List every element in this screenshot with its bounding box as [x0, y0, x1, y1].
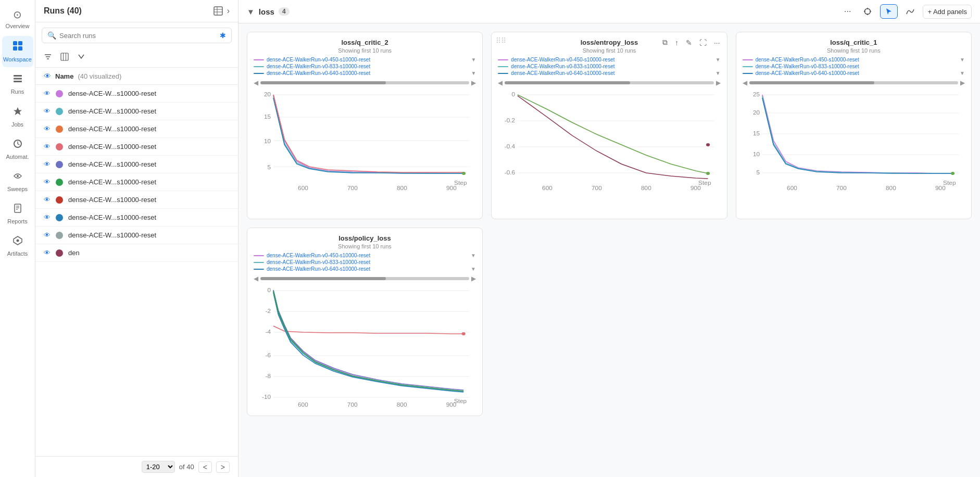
sidebar-item-overview[interactable]: ⊙ Overview	[2, 4, 33, 34]
runs-header-actions[interactable]: ›	[213, 6, 230, 16]
scrollbar-track[interactable]	[260, 81, 469, 84]
scrollbar-track[interactable]	[505, 81, 713, 84]
chart-share-button[interactable]: ↑	[428, 36, 437, 48]
list-item[interactable]: 👁 dense-ACE-W...s10000-reset	[35, 227, 238, 244]
sidebar-item-jobs[interactable]: Jobs	[2, 102, 33, 132]
legend-expand-icon[interactable]: ▼	[471, 57, 476, 62]
list-item[interactable]: 👁 dense-ACE-W...s10000-reset	[35, 120, 238, 138]
chart-edit-button[interactable]: ✎	[438, 232, 450, 244]
chart-svg-container: 0 -0.2 -0.4 -0.6 600 700 800 900 Step	[498, 89, 720, 193]
run-eye-icon[interactable]: 👁	[44, 90, 51, 97]
scroll-right-button[interactable]: ▶	[471, 79, 476, 86]
chart-copy-button[interactable]: ⧉	[660, 36, 670, 48]
scroll-left-button[interactable]: ◀	[254, 275, 258, 282]
collapse-icon[interactable]: ▼	[247, 7, 255, 16]
columns-button[interactable]	[58, 51, 71, 65]
run-eye-icon[interactable]: 👁	[44, 143, 51, 150]
legend-expand-icon[interactable]: ▼	[960, 70, 965, 76]
legend-expand-icon[interactable]: ▼	[715, 70, 721, 76]
more-options-button[interactable]: ···	[840, 4, 855, 19]
chart-fullscreen-button[interactable]: ⛶	[453, 36, 465, 48]
pagination-range-select[interactable]: 1-20 21-40	[142, 461, 175, 473]
chart-more-button[interactable]: ···	[711, 36, 723, 48]
sidebar-item-sweeps[interactable]: Sweeps	[2, 167, 33, 197]
chart-scroll-area: ◀ ▶	[254, 79, 476, 86]
drag-handle[interactable]: ⠿⠿	[496, 36, 506, 45]
chart-more-button[interactable]: ···	[467, 36, 479, 48]
chart-edit-button[interactable]: ✎	[927, 36, 939, 48]
svg-text:900: 900	[446, 185, 457, 191]
chart-fullscreen-button[interactable]: ⛶	[697, 36, 709, 48]
run-eye-icon[interactable]: 👁	[44, 107, 51, 115]
legend-item: dense-ACE-WalkerRun-v0-833-s10000-reset	[254, 259, 476, 265]
chart-share-button[interactable]: ↑	[672, 36, 681, 48]
legend-color	[498, 66, 508, 67]
legend-color	[498, 59, 508, 60]
smooth-button[interactable]	[902, 5, 919, 18]
run-eye-icon[interactable]: 👁	[44, 178, 51, 186]
svg-text:800: 800	[886, 185, 896, 191]
sidebar-item-automations[interactable]: Automat.	[2, 134, 33, 165]
chart-more-button[interactable]: ···	[956, 36, 967, 48]
run-eye-icon[interactable]: 👁	[44, 125, 51, 133]
cursor-button[interactable]	[880, 4, 898, 19]
svg-text:600: 600	[298, 185, 308, 191]
crosshair-button[interactable]	[859, 5, 876, 18]
run-eye-icon[interactable]: 👁	[44, 249, 51, 257]
svg-text:-4: -4	[266, 329, 271, 335]
scroll-left-button[interactable]: ◀	[254, 79, 258, 86]
list-item[interactable]: 👁 dense-ACE-W...s10000-reset	[35, 103, 238, 120]
list-item[interactable]: 👁 dense-ACE-W...s10000-reset	[35, 156, 238, 173]
chart-share-button[interactable]: ↑	[916, 36, 925, 48]
chart-fullscreen-button[interactable]: ⛶	[452, 232, 464, 244]
list-item[interactable]: 👁 dense-ACE-W...s10000-reset	[35, 209, 238, 227]
chart-copy-button[interactable]: ⧉	[416, 36, 426, 48]
chart-scroll-area: ◀ ▶	[743, 79, 965, 86]
sidebar-item-runs[interactable]: Runs	[2, 69, 33, 99]
add-panels-button[interactable]: + Add panels	[923, 5, 972, 19]
sidebar-item-workspace-label: Workspace	[3, 56, 32, 63]
filter-star-icon[interactable]: ✱	[220, 31, 226, 40]
legend-expand-icon[interactable]: ▼	[471, 266, 476, 272]
chart-edit-button[interactable]: ✎	[439, 36, 450, 48]
legend-label: dense-ACE-WalkerRun-v0-833-s10000-reset	[267, 64, 370, 69]
run-eye-icon[interactable]: 👁	[44, 231, 51, 239]
run-eye-icon[interactable]: 👁	[44, 196, 51, 204]
list-item[interactable]: 👁 dense-ACE-W...s10000-reset	[35, 85, 238, 103]
scroll-left-button[interactable]: ◀	[743, 79, 747, 86]
chart-copy-button[interactable]: ⧉	[415, 232, 425, 244]
scroll-left-button[interactable]: ◀	[498, 79, 502, 86]
legend-expand-icon[interactable]: ▼	[471, 70, 476, 76]
filter-button[interactable]	[42, 51, 54, 65]
legend-color	[254, 66, 264, 67]
pagination-next-button[interactable]: >	[216, 461, 230, 473]
list-item[interactable]: 👁 dense-ACE-W...s10000-reset	[35, 173, 238, 191]
run-eye-icon[interactable]: 👁	[44, 214, 51, 221]
search-input[interactable]	[59, 32, 217, 40]
legend-expand-icon[interactable]: ▼	[471, 253, 476, 258]
run-eye-icon[interactable]: 👁	[44, 160, 51, 168]
sidebar-item-workspace[interactable]: Workspace	[2, 36, 33, 67]
list-item[interactable]: 👁 den	[35, 244, 238, 262]
scroll-right-button[interactable]: ▶	[471, 275, 476, 282]
scrollbar-track[interactable]	[749, 81, 958, 84]
scrollbar-track[interactable]	[260, 277, 469, 280]
pagination-prev-button[interactable]: <	[198, 461, 212, 473]
name-eye-icon[interactable]: 👁	[44, 72, 51, 80]
chart-more-button[interactable]: ···	[467, 232, 478, 244]
sort-button[interactable]	[75, 51, 87, 65]
legend-expand-icon[interactable]: ▼	[960, 57, 965, 62]
chart-share-button[interactable]: ↑	[428, 232, 436, 244]
scroll-right-button[interactable]: ▶	[716, 79, 721, 86]
list-item[interactable]: 👁 dense-ACE-W...s10000-reset	[35, 138, 238, 156]
search-bar[interactable]: 🔍 ✱	[42, 28, 232, 43]
chart-fullscreen-button[interactable]: ⛶	[941, 36, 953, 48]
svg-rect-1	[18, 41, 22, 45]
chart-copy-button[interactable]: ⧉	[904, 36, 914, 48]
sidebar-item-reports[interactable]: Reports	[2, 199, 33, 229]
sidebar-item-artifacts[interactable]: Artifacts	[2, 231, 33, 261]
list-item[interactable]: 👁 dense-ACE-W...s10000-reset	[35, 191, 238, 209]
scroll-right-button[interactable]: ▶	[960, 79, 965, 86]
legend-expand-icon[interactable]: ▼	[715, 57, 721, 62]
chart-edit-button[interactable]: ✎	[683, 36, 695, 48]
